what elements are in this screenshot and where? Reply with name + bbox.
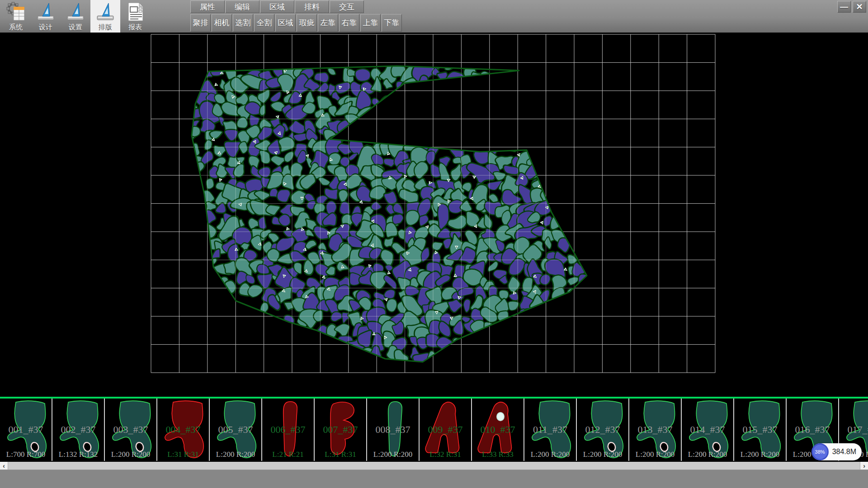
tool-button-区域[interactable]: 区域 — [275, 14, 296, 32]
piece-id-label: 004_#37 — [157, 424, 209, 436]
piece-lr-label: L:21 R:21 — [262, 450, 314, 459]
mode-button-报表[interactable]: 报表 — [120, 0, 150, 33]
piece-lr-label: L:200 R:200 — [577, 450, 628, 459]
piece-thumbnail-006_#37[interactable]: 006_#37L:21 R:21 — [262, 399, 315, 461]
piece-lr-label: L:31 R:31 — [157, 450, 209, 459]
piece-thumbnail-014_#37[interactable]: 014_#37L:200 R:200 — [682, 399, 734, 461]
piece-lr-label: L:200 R:200 — [629, 450, 681, 459]
piece-lr-label: L:700 R:700 — [0, 450, 52, 459]
menu-item-属性[interactable]: 属性 — [190, 0, 225, 13]
tool-button-左靠[interactable]: 左靠 — [318, 14, 338, 32]
piece-lr-label: L:31 R:31 — [315, 450, 366, 459]
tool-button-相机[interactable]: 相机 — [212, 14, 232, 32]
piece-thumbnail-010_#37[interactable]: 010_#37L:33 R:33 — [472, 399, 524, 461]
piece-id-label: 013_#37 — [629, 424, 681, 436]
piece-thumbnail-strip: 001_#37L:700 R:700002_#37L:132 R:132003_… — [0, 397, 868, 462]
piece-thumbnail-005_#37[interactable]: 005_#37L:200 R:200 — [210, 399, 262, 461]
report-icon — [125, 1, 146, 22]
piece-lr-label: L:33 R:33 — [472, 450, 524, 459]
ruler-icon — [65, 1, 86, 22]
piece-id-label: 008_#37 — [367, 424, 419, 436]
piece-id-label: 009_#37 — [420, 424, 471, 436]
mode-button-label: 设计 — [39, 23, 52, 32]
tool-button-右靠[interactable]: 右靠 — [339, 14, 359, 32]
tool-button-选割[interactable]: 选割 — [233, 14, 253, 32]
piece-thumbnail-001_#37[interactable]: 001_#37L:700 R:700 — [0, 399, 52, 461]
piece-thumbnail-003_#37[interactable]: 003_#37L:200 R:200 — [105, 399, 157, 461]
piece-lr-label: L:200 R:200 — [682, 450, 733, 459]
tool-button-瑕疵[interactable]: 瑕疵 — [297, 14, 317, 32]
piece-lr-label: L:200 R:200 — [105, 450, 156, 459]
piece-lr-label: L:132 R:132 — [52, 450, 104, 459]
piece-id-label: 016_#37 — [787, 424, 838, 436]
piece-id-label: 003_#37 — [105, 424, 156, 436]
piece-thumbnail-009_#37[interactable]: 009_#37L:32 R:31 — [420, 399, 472, 461]
menu-bar: 属性编辑区域排料交互 — [190, 0, 364, 14]
piece-id-label: 006_#37 — [262, 424, 314, 436]
piece-id-label: 010_#37 — [472, 424, 524, 436]
tool-bar: 聚排相机选割全割区域瑕疵左靠右靠上靠下靠 — [190, 14, 403, 32]
piece-thumbnail-007_#37[interactable]: 007_#37L:31 R:31 — [315, 399, 367, 461]
mode-button-label: 系统 — [9, 23, 23, 32]
mode-button-系统[interactable]: 系统 — [1, 0, 31, 33]
piece-id-label: 002_#37 — [52, 424, 104, 436]
piece-thumbnail-004_#37[interactable]: 004_#37L:31 R:31 — [157, 399, 210, 461]
piece-id-label: 011_#37 — [524, 424, 576, 436]
piece-id-label: 012_#37 — [577, 424, 628, 436]
menu-item-编辑[interactable]: 编辑 — [225, 0, 259, 13]
menu-item-排料[interactable]: 排料 — [295, 0, 329, 13]
mode-button-label: 设置 — [69, 23, 82, 32]
piece-lr-label: L:200 R:200 — [367, 450, 419, 459]
mode-button-bar: 系统设计设置排版报表 — [1, 0, 150, 33]
minimize-button[interactable]: — — [837, 1, 851, 13]
piece-id-label: 014_#37 — [682, 424, 733, 436]
gear-table-icon — [5, 1, 26, 22]
mode-button-设置[interactable]: 设置 — [61, 0, 90, 33]
piece-id-label: 015_#37 — [734, 424, 786, 436]
piece-thumbnail-002_#37[interactable]: 002_#37L:132 R:132 — [52, 399, 105, 461]
piece-thumbnail-015_#37[interactable]: 015_#37L:200 R:200 — [734, 399, 787, 461]
piece-thumbnail-011_#37[interactable]: 011_#37L:200 R:200 — [524, 399, 577, 461]
nesting-workspace[interactable] — [0, 33, 868, 397]
mode-button-排版[interactable]: 排版 — [90, 0, 120, 33]
scroll-left-arrow-icon[interactable]: ‹ — [0, 462, 8, 469]
ruler-icon — [35, 1, 56, 22]
piece-lr-label: L:200 R:200 — [210, 450, 261, 459]
tool-button-下靠[interactable]: 下靠 — [382, 14, 402, 32]
mode-button-label: 报表 — [128, 23, 142, 32]
tool-button-全割[interactable]: 全割 — [254, 14, 274, 32]
piece-id-label: 007_#37 — [315, 424, 366, 436]
top-ribbon: 系统设计设置排版报表 属性编辑区域排料交互 聚排相机选割全割区域瑕疵左靠右靠上靠… — [0, 0, 868, 33]
piece-lr-label: L:200 R:200 — [524, 450, 576, 459]
tool-button-聚排[interactable]: 聚排 — [190, 14, 211, 32]
piece-id-label: 005_#37 — [210, 424, 261, 436]
window-controls: — ✕ — [837, 1, 866, 13]
application-window: { "window": { "minimize_glyph": "—", "cl… — [0, 0, 868, 488]
memory-percent-circle: 38% — [811, 443, 829, 460]
menu-item-交互[interactable]: 交互 — [330, 0, 364, 13]
piece-lr-label: L:32 R:31 — [420, 450, 471, 459]
status-bar — [0, 469, 868, 488]
piece-id-label: 017_#37 — [839, 424, 868, 436]
tool-button-上靠[interactable]: 上靠 — [360, 14, 381, 32]
memory-amount-label: 384.8M — [832, 448, 856, 456]
piece-thumbnail-013_#37[interactable]: 013_#37L:200 R:200 — [629, 399, 682, 461]
ruler-icon — [95, 1, 116, 22]
mode-button-设计[interactable]: 设计 — [31, 0, 61, 33]
horizontal-scrollbar[interactable]: ‹ › — [0, 462, 868, 469]
mode-button-label: 排版 — [99, 23, 112, 32]
nesting-canvas[interactable] — [0, 33, 868, 397]
piece-lr-label: L:200 R:200 — [734, 450, 786, 459]
piece-id-label: 001_#37 — [0, 424, 52, 436]
close-button[interactable]: ✕ — [853, 1, 866, 13]
scroll-right-arrow-icon[interactable]: › — [860, 462, 868, 469]
menu-item-区域[interactable]: 区域 — [260, 0, 294, 13]
memory-usage-badge[interactable]: 38% 384.8M — [812, 443, 862, 460]
piece-thumbnail-012_#37[interactable]: 012_#37L:200 R:200 — [577, 399, 629, 461]
piece-thumbnail-008_#37[interactable]: 008_#37L:200 R:200 — [367, 399, 420, 461]
